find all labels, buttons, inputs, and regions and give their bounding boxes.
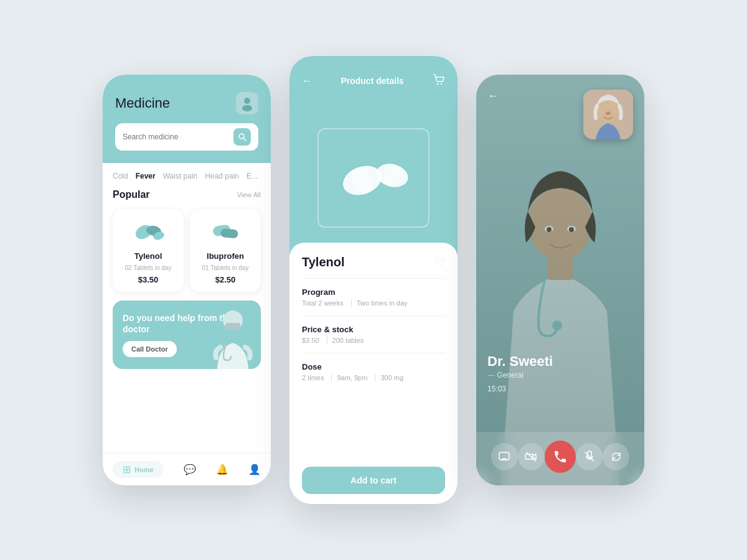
chat-control-button[interactable]	[491, 443, 518, 470]
svg-point-0	[244, 98, 250, 104]
svg-point-11	[437, 83, 438, 85]
app-title: Medicine	[115, 95, 170, 111]
patient-thumbnail	[583, 90, 633, 139]
search-input[interactable]	[123, 133, 228, 141]
stock-value: 200 tables	[327, 337, 369, 344]
divider-3	[302, 353, 445, 353]
dose-label: Dose	[302, 362, 445, 371]
call-back-button[interactable]: ←	[487, 90, 499, 103]
medicine-card-ibuprofen[interactable]: Ibuprofen 01 Tablets in day $2.50	[190, 209, 261, 292]
popular-header: Popular View All	[113, 189, 261, 200]
price-section: Price & stock $3.50200 tables	[302, 325, 445, 344]
program-times: Two times in day	[351, 299, 413, 307]
cat-fever[interactable]: Fever	[136, 172, 156, 180]
phone2-body: Tylenol ♡ Program Total 2 weeksTwo times…	[289, 243, 458, 504]
phone1-header: Medicine	[103, 75, 271, 163]
program-section: Program Total 2 weeksTwo times in day	[302, 287, 445, 307]
drag-indicator	[364, 248, 383, 250]
cat-head[interactable]: Head pain	[205, 172, 239, 180]
cat-cold[interactable]: Cold	[113, 172, 128, 180]
phone-product-details: ← Product details	[289, 56, 458, 504]
ibuprofen-icon	[207, 217, 244, 248]
back-button[interactable]: ←	[302, 75, 312, 86]
tylenol-price: $3.50	[138, 275, 159, 284]
program-details: Total 2 weeksTwo times in day	[302, 299, 445, 307]
person-icon: 👤	[248, 464, 261, 475]
svg-line-3	[244, 139, 247, 141]
patient-face	[583, 90, 633, 139]
medicine-cards: Tylenol 02 Tablets in day $3.50 Ibuprofe…	[113, 209, 261, 292]
svg-point-27	[606, 111, 611, 115]
product-image-area	[302, 101, 445, 255]
phone-medicine-home: Medicine Cold Fever Waist	[103, 75, 271, 485]
tylenol-dose: 02 Tablets in day	[125, 264, 172, 271]
popular-label: Popular	[113, 189, 150, 200]
cart-button[interactable]	[433, 73, 445, 88]
search-button[interactable]	[233, 128, 251, 146]
end-call-button[interactable]	[545, 441, 576, 473]
title-light: cine	[145, 95, 170, 111]
phone2-header: ← Product details	[289, 56, 458, 255]
price-stock-label: Price & stock	[302, 325, 445, 334]
price-details: $3.50200 tables	[302, 337, 445, 344]
price-value: $3.50	[302, 337, 324, 344]
product-details-title: Product details	[341, 76, 403, 86]
video-control-button[interactable]	[518, 443, 545, 470]
dose-times: 2 times	[302, 374, 329, 381]
divider-2	[302, 315, 445, 316]
nav-home[interactable]: ⊞ Home	[113, 461, 164, 478]
doctor-figure	[205, 307, 261, 369]
nav-notifications[interactable]: 🔔	[216, 464, 228, 475]
chat-icon: 💬	[184, 464, 196, 475]
svg-rect-8	[220, 228, 238, 238]
product-name: Tylenol	[302, 255, 345, 269]
svg-point-12	[441, 83, 442, 85]
svg-line-29	[527, 452, 535, 461]
ibuprofen-price: $2.50	[215, 275, 236, 284]
call-timer: 15:03	[487, 385, 633, 393]
call-header: ←	[476, 75, 644, 147]
add-to-cart-button[interactable]: Add to cart	[302, 467, 445, 494]
view-all-link[interactable]: View All	[237, 191, 261, 198]
product-nav: ← Product details	[302, 73, 445, 88]
cat-more[interactable]: E...	[247, 172, 258, 180]
svg-point-1	[242, 105, 252, 111]
ibuprofen-name: Ibuprofen	[207, 251, 244, 261]
bottom-nav: ⊞ Home 💬 🔔 👤	[103, 453, 271, 485]
program-label: Program	[302, 287, 445, 297]
phone1-body: Cold Fever Waist pain Head pain E... Pop…	[103, 163, 271, 453]
program-weeks: Total 2 weeks	[302, 299, 349, 307]
tylenol-icon	[129, 217, 167, 248]
nav-home-label: Home	[134, 466, 154, 474]
svg-rect-10	[225, 323, 240, 330]
doctor-banner: Do you need help from the doctor Call Do…	[113, 301, 261, 369]
phone-video-call: ← Dr. Sweeti	[476, 75, 644, 485]
title-row: Medicine	[115, 92, 258, 114]
heart-icon[interactable]: ♡	[435, 256, 445, 269]
nav-chat[interactable]: 💬	[184, 464, 196, 475]
doctor-name: Dr. Sweeti	[487, 353, 633, 370]
divider-1	[302, 278, 445, 279]
avatar[interactable]	[236, 92, 258, 114]
call-controls	[476, 432, 644, 485]
title-bold: Medi	[115, 95, 145, 111]
mute-control-button[interactable]	[576, 443, 603, 470]
cat-waist[interactable]: Waist pain	[163, 172, 198, 180]
call-doctor-button[interactable]: Call Doctor	[123, 341, 177, 357]
product-frame	[317, 128, 430, 228]
bell-icon: 🔔	[216, 464, 228, 475]
dose-section: Dose 2 times9am, 9pm300 mg	[302, 362, 445, 381]
doctor-info-overlay: Dr. Sweeti — General 15:03	[476, 342, 644, 404]
nav-profile[interactable]: 👤	[248, 464, 261, 475]
dose-details: 2 times9am, 9pm300 mg	[302, 374, 445, 381]
dose-schedule: 9am, 9pm	[331, 374, 372, 381]
svg-point-2	[239, 134, 244, 139]
search-bar[interactable]	[115, 123, 258, 151]
ibuprofen-dose: 01 Tablets in day	[202, 264, 249, 271]
doctor-specialty: — General	[487, 371, 633, 380]
refresh-control-button[interactable]	[603, 443, 629, 470]
medicine-card-tylenol[interactable]: Tylenol 02 Tablets in day $3.50	[113, 209, 184, 292]
home-icon: ⊞	[123, 464, 131, 475]
dose-mg: 300 mg	[375, 374, 408, 381]
category-tabs: Cold Fever Waist pain Head pain E...	[113, 172, 261, 180]
